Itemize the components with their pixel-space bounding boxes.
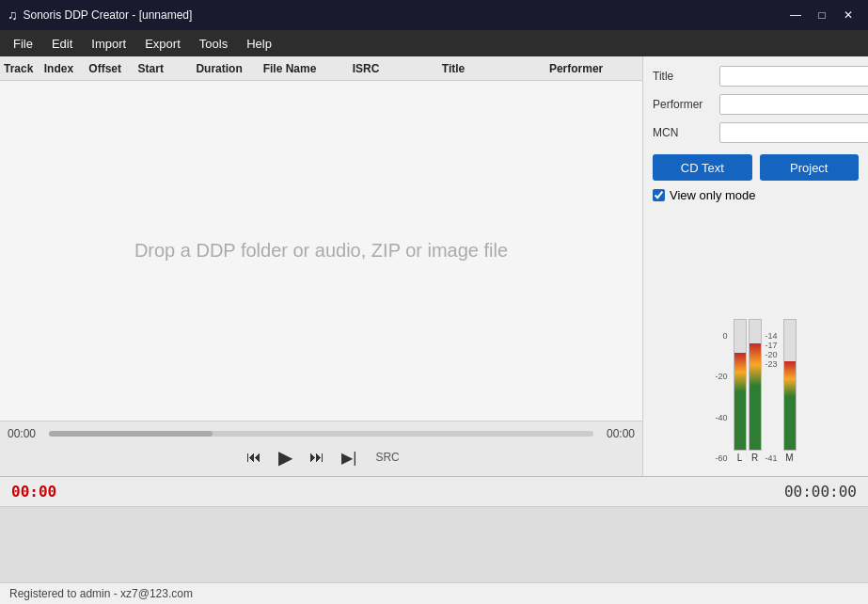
- m-section: M: [783, 319, 797, 463]
- m-meters: [783, 319, 797, 451]
- time-start: 00:00: [8, 427, 43, 440]
- l-label: L: [734, 453, 747, 463]
- menu-file[interactable]: File: [4, 33, 42, 55]
- menu-import[interactable]: Import: [82, 33, 135, 55]
- right-panel: Title Performer MCN CD Text Project View…: [642, 56, 868, 476]
- time-display-row: 00:00 00:00:00: [0, 477, 868, 507]
- col-header-duration: Duration: [196, 62, 262, 75]
- play-button[interactable]: ▶: [275, 444, 296, 470]
- title-bar-title: Sonoris DDP Creator - [unnamed]: [24, 8, 193, 22]
- m-bar: [783, 319, 797, 451]
- left-panel: Track Index Offset Start Duration File N…: [0, 56, 642, 476]
- lr-scale: 0 -20 -40 -60: [715, 331, 729, 463]
- performer-input[interactable]: [719, 94, 868, 115]
- maximize-button[interactable]: □: [810, 6, 834, 24]
- playback-bar: 00:00 00:00 ⏮ ▶ ⏭ ▶| SRC: [0, 421, 642, 476]
- col-header-track: Track: [4, 62, 44, 75]
- view-only-label: View only mode: [670, 188, 756, 202]
- rewind-button[interactable]: ⏮: [243, 447, 265, 468]
- m-label: M: [785, 453, 793, 463]
- title-label: Title: [653, 70, 714, 83]
- track-drop-area[interactable]: Drop a DDP folder or audio, ZIP or image…: [0, 81, 642, 421]
- r-bar: [749, 319, 762, 451]
- title-field-row: Title: [653, 66, 859, 87]
- close-button[interactable]: ✕: [836, 6, 860, 24]
- view-only-row: View only mode: [653, 188, 859, 202]
- r-label: R: [749, 453, 762, 463]
- main-content: Track Index Offset Start Duration File N…: [0, 56, 868, 476]
- menu-edit[interactable]: Edit: [42, 33, 82, 55]
- col-header-performer: Performer: [549, 62, 639, 75]
- current-time: 00:00: [11, 483, 56, 501]
- lr-labels: L R: [734, 453, 762, 463]
- progress-row: 00:00 00:00: [8, 427, 635, 440]
- performer-field-row: Performer: [653, 94, 859, 115]
- mcn-field-row: MCN: [653, 122, 859, 143]
- drop-hint-text: Drop a DDP folder or audio, ZIP or image…: [134, 240, 508, 262]
- m-scale: -14 -17 -20 -23 -41: [765, 331, 780, 463]
- menu-help[interactable]: Help: [237, 33, 281, 55]
- lr-meters: [734, 319, 762, 451]
- total-time: 00:00:00: [784, 483, 857, 501]
- mcn-label: MCN: [653, 126, 714, 139]
- r-bar-fill: [750, 343, 761, 450]
- col-header-index: Index: [44, 62, 89, 75]
- empty-area: [0, 507, 868, 582]
- progress-track[interactable]: [49, 431, 593, 437]
- app-icon: ♫: [8, 8, 18, 23]
- menu-export[interactable]: Export: [135, 33, 190, 55]
- time-end: 00:00: [599, 427, 635, 440]
- title-bar-left: ♫ Sonoris DDP Creator - [unnamed]: [8, 8, 192, 23]
- m-bar-fill: [784, 361, 796, 450]
- menu-tools[interactable]: Tools: [190, 33, 237, 55]
- progress-fill: [49, 431, 213, 437]
- title-bar-controls: — □ ✕: [783, 6, 860, 24]
- lr-section: L R: [734, 319, 762, 463]
- mcn-input[interactable]: [719, 122, 868, 143]
- play-alt-button[interactable]: ▶|: [338, 447, 360, 469]
- title-input[interactable]: [719, 66, 868, 87]
- col-header-filename: File Name: [263, 62, 353, 75]
- view-only-checkbox[interactable]: [653, 189, 665, 201]
- col-header-title: Title: [442, 62, 549, 75]
- cd-text-button[interactable]: CD Text: [653, 154, 752, 181]
- title-bar: ♫ Sonoris DDP Creator - [unnamed] — □ ✕: [0, 0, 868, 30]
- l-bar-fill: [734, 353, 746, 451]
- minimize-button[interactable]: —: [783, 6, 808, 24]
- src-label: SRC: [375, 451, 399, 464]
- performer-label: Performer: [653, 98, 714, 111]
- col-header-offset: Offset: [88, 62, 137, 75]
- col-header-isrc: ISRC: [353, 62, 442, 75]
- menu-bar: File Edit Import Export Tools Help: [0, 30, 868, 56]
- vu-meter-container: 0 -20 -40 -60 L R: [653, 210, 859, 467]
- status-bar: Registered to admin - xz7@123.com: [0, 582, 868, 604]
- registered-text: Registered to admin - xz7@123.com: [9, 587, 193, 600]
- action-buttons-row: CD Text Project: [653, 154, 859, 181]
- controls-row: ⏮ ▶ ⏭ ▶| SRC: [8, 444, 635, 470]
- project-button[interactable]: Project: [760, 154, 860, 181]
- fast-forward-button[interactable]: ⏭: [306, 447, 328, 468]
- col-header-start: Start: [138, 62, 197, 75]
- l-bar: [734, 319, 747, 451]
- bottom-section: 00:00 00:00:00: [0, 476, 868, 582]
- column-headers: Track Index Offset Start Duration File N…: [0, 56, 642, 81]
